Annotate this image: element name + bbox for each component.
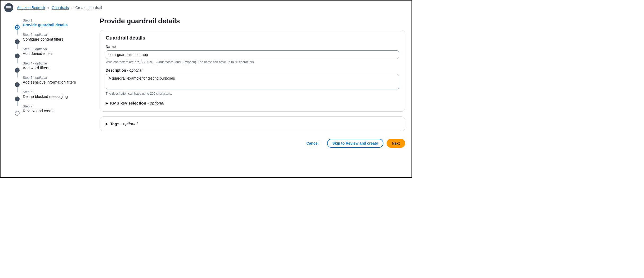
step-heading: Step 2 - optional bbox=[23, 33, 89, 37]
cancel-button[interactable]: Cancel bbox=[301, 139, 324, 148]
breadcrumb-mid[interactable]: Guardrails bbox=[52, 6, 69, 10]
svg-rect-2 bbox=[6, 9, 11, 9]
description-hint: The description can have up to 200 chara… bbox=[106, 92, 399, 95]
svg-rect-1 bbox=[6, 7, 11, 8]
step-title: Add sensitive information filters bbox=[23, 80, 89, 84]
kms-key-expando[interactable]: ▶ KMS key selection - optional bbox=[106, 100, 399, 107]
step-title: Review and create bbox=[23, 109, 89, 113]
hamburger-icon bbox=[6, 5, 11, 10]
step-title: Define blocked messaging bbox=[23, 94, 89, 99]
description-input[interactable] bbox=[106, 74, 399, 89]
step-heading: Step 5 - optional bbox=[23, 76, 89, 80]
wizard-footer: Cancel Skip to Review and create Next bbox=[100, 136, 405, 150]
chevron-right-icon: › bbox=[71, 6, 73, 10]
step-title: Configure content filters bbox=[23, 37, 89, 41]
breadcrumb-root[interactable]: Amazon Bedrock bbox=[17, 6, 45, 10]
svg-rect-0 bbox=[6, 6, 11, 7]
next-button[interactable]: Next bbox=[387, 139, 405, 148]
wizard-stepper: Step 1Provide guardrail detailsStep 2 - … bbox=[15, 15, 89, 150]
step-title: Add denied topics bbox=[23, 51, 89, 56]
guardrail-details-panel: Guardrail details Name Valid characters … bbox=[100, 30, 405, 112]
name-label: Name bbox=[106, 45, 399, 49]
name-input[interactable] bbox=[106, 50, 399, 59]
panel-title: Guardrail details bbox=[106, 35, 399, 41]
step-4[interactable]: Step 4 - optionalAdd word filters bbox=[15, 62, 89, 70]
breadcrumb: Amazon Bedrock › Guardrails › Create gua… bbox=[17, 6, 102, 10]
name-field: Name Valid characters are a-z, A-Z, 0-9,… bbox=[106, 45, 399, 64]
skip-button[interactable]: Skip to Review and create bbox=[327, 139, 383, 148]
step-2[interactable]: Step 2 - optionalConfigure content filte… bbox=[15, 33, 89, 41]
page-title: Provide guardrail details bbox=[100, 17, 405, 25]
step-heading: Step 6 bbox=[23, 90, 89, 94]
caret-right-icon: ▶ bbox=[106, 101, 108, 105]
chevron-right-icon: › bbox=[48, 6, 49, 10]
main-content: Provide guardrail details Guardrail deta… bbox=[100, 15, 408, 150]
caret-right-icon: ▶ bbox=[106, 122, 108, 126]
step-3[interactable]: Step 3 - optionalAdd denied topics bbox=[15, 47, 89, 56]
step-heading: Step 7 bbox=[23, 105, 89, 108]
description-label: Description - optional bbox=[106, 68, 399, 72]
top-bar: Amazon Bedrock › Guardrails › Create gua… bbox=[1, 1, 412, 15]
step-heading: Step 3 - optional bbox=[23, 47, 89, 51]
description-field: Description - optional The description c… bbox=[106, 68, 399, 95]
tags-expando[interactable]: ▶ Tags - optional bbox=[106, 120, 399, 127]
name-hint: Valid characters are a-z, A-Z, 0-9, _ (u… bbox=[106, 60, 399, 64]
step-title: Provide guardrail details bbox=[23, 23, 89, 27]
step-5[interactable]: Step 5 - optionalAdd sensitive informati… bbox=[15, 76, 89, 84]
step-6[interactable]: Step 6Define blocked messaging bbox=[15, 90, 89, 99]
tags-panel: ▶ Tags - optional bbox=[100, 116, 405, 131]
step-indicator-icon bbox=[15, 111, 20, 116]
step-title: Add word filters bbox=[23, 66, 89, 70]
menu-toggle[interactable] bbox=[4, 3, 13, 12]
step-heading: Step 4 - optional bbox=[23, 62, 89, 65]
step-7[interactable]: Step 7Review and create bbox=[15, 105, 89, 113]
step-1[interactable]: Step 1Provide guardrail details bbox=[15, 19, 89, 27]
step-heading: Step 1 bbox=[23, 19, 89, 22]
breadcrumb-current: Create guardrail bbox=[75, 6, 102, 10]
